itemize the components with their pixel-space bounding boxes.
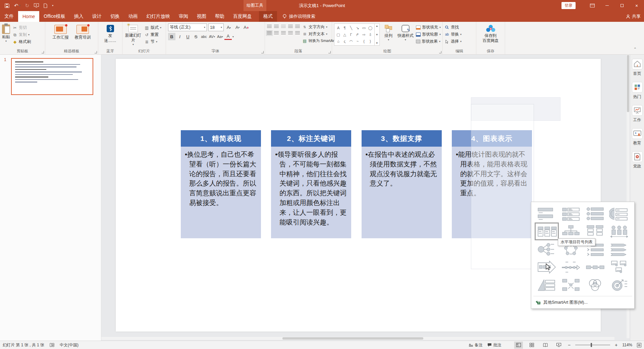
tab-format[interactable]: 格式: [259, 11, 277, 22]
font-dialog-launcher[interactable]: [261, 51, 264, 53]
comments-button[interactable]: 批注: [487, 342, 501, 348]
copy-button[interactable]: ⧉复制▾: [11, 31, 32, 38]
smartart-layout-bending-list[interactable]: [607, 205, 631, 222]
shape-glyph[interactable]: ◠: [350, 39, 353, 44]
shape-effects-button[interactable]: 形状效果▾: [415, 38, 442, 45]
smartart-layout-converging-radial[interactable]: [559, 276, 583, 294]
bold-button[interactable]: B: [168, 33, 175, 40]
tab-office模板[interactable]: Office模板: [39, 11, 69, 22]
shape-glyph[interactable]: ⇨: [362, 33, 365, 37]
smartart-layout-vertical-bullet-list[interactable]: [583, 205, 607, 222]
tab-动画[interactable]: 动画: [124, 11, 142, 22]
slide-canvas[interactable]: 1、精简表现•换位思考，自己也不希望看（听）一份长篇大论的报告，而且还要看那么多…: [116, 59, 601, 332]
paragraph-dialog-launcher[interactable]: [328, 51, 331, 53]
shadow-button[interactable]: abc: [200, 33, 208, 40]
shape-glyph[interactable]: ↱: [356, 33, 359, 37]
shapes-gallery-scroll[interactable]: ▲▼▼: [374, 24, 379, 45]
slide-thumbnail[interactable]: [11, 58, 93, 95]
shape-glyph[interactable]: }: [370, 39, 371, 43]
tab-帮助[interactable]: 帮助: [211, 11, 229, 22]
numbering-icon[interactable]: [274, 25, 279, 29]
tab-file[interactable]: 文件: [0, 11, 18, 22]
find-button[interactable]: 查找: [443, 24, 460, 31]
more-smartart-menu-item[interactable]: 其他SmartArt 图形(M)...: [531, 297, 634, 308]
tab-插入[interactable]: 插入: [70, 11, 88, 22]
zoom-percent[interactable]: 114%: [622, 343, 632, 347]
smartart-layout-horizontal-bullet-list[interactable]: [535, 222, 559, 240]
shapes-gallery[interactable]: A¶╲↘▭◯▢△Γ↱⇨⇩⌂ς◠~{} ▲▼▼: [334, 23, 380, 46]
bullets-icon[interactable]: [267, 25, 272, 29]
columns-icon[interactable]: [295, 31, 300, 35]
smartart-layout-radial-cluster[interactable]: [535, 240, 559, 258]
smartart-layout-continuous-picture-list[interactable]: [607, 222, 631, 240]
layout-button[interactable]: ▥版式▾: [143, 24, 162, 31]
normal-view-button[interactable]: [514, 342, 523, 349]
paste-button[interactable]: 粘贴▾: [1, 23, 11, 44]
zoom-slider[interactable]: [575, 345, 610, 345]
shape-glyph[interactable]: {: [363, 39, 365, 43]
smartart-layout-pyramid-list[interactable]: [535, 276, 559, 294]
smartart-layout-arrow-ribbon-list[interactable]: [607, 240, 631, 258]
font-size-select[interactable]: 18▾: [208, 23, 224, 31]
character-spacing-button[interactable]: AV▾: [208, 33, 216, 40]
line-spacing-icon[interactable]: [295, 25, 300, 29]
shape-outline-button[interactable]: 形状轮廓▾: [415, 31, 442, 38]
restore-button[interactable]: [614, 0, 629, 11]
shape-glyph[interactable]: ▢: [336, 33, 340, 37]
tell-me-search[interactable]: 操作说明搜索: [282, 11, 315, 22]
new-slide-button[interactable]: 新建幻灯片▾: [123, 23, 143, 47]
shape-glyph[interactable]: ς: [344, 39, 345, 43]
tab-home[interactable]: Home: [18, 11, 39, 22]
smartart-layout-organization-chart[interactable]: [559, 222, 583, 240]
sidebar-item-教育[interactable]: 教育: [632, 128, 643, 146]
smartart-layout-stacked-list[interactable]: [535, 205, 559, 222]
font-color-button[interactable]: A: [224, 34, 232, 40]
arrange-button[interactable]: 排列▾: [381, 23, 396, 42]
quick-styles-button[interactable]: 快速样式▾: [396, 23, 415, 42]
spell-check-icon[interactable]: [50, 343, 54, 347]
font-family-select[interactable]: 等线 (正文)▾: [168, 23, 207, 31]
share-button[interactable]: 共享: [626, 11, 641, 22]
sidebar-item-热门[interactable]: 热门: [632, 82, 643, 100]
save-icon[interactable]: [5, 3, 9, 8]
format-painter-button[interactable]: ◆格式刷: [11, 38, 32, 45]
tab-百度网盘[interactable]: 百度网盘: [229, 11, 256, 22]
replace-button[interactable]: ab替换▾: [443, 31, 463, 38]
tab-切换[interactable]: 切换: [106, 11, 124, 22]
new-doc-icon[interactable]: [44, 3, 47, 8]
underline-button[interactable]: U: [184, 33, 192, 40]
align-center-icon[interactable]: [274, 31, 279, 35]
shape-glyph[interactable]: ¶: [344, 26, 346, 30]
zoom-out-button[interactable]: −: [568, 342, 571, 348]
collapse-ribbon-icon[interactable]: ⌃: [634, 47, 637, 51]
select-button[interactable]: 选择▾: [443, 38, 463, 45]
edu-training-button[interactable]: 教育培训: [73, 23, 92, 41]
slide-text-box-2[interactable]: 2、标注关键词•领导要听很多人的报告，不可能每一刻都集中精神，他们往往会找关键词…: [271, 130, 351, 238]
minimize-button[interactable]: [600, 0, 614, 11]
redo-icon[interactable]: ↻: [25, 3, 30, 9]
slide-text-box-3[interactable]: 3、数据支撑•在报告中表述的观点必须使用数据支撑，不然观点没有说服力就毫无意义了…: [362, 130, 442, 238]
cut-button[interactable]: ✂剪切: [11, 24, 32, 31]
smartart-layout-chain-process[interactable]: [583, 258, 607, 276]
shape-glyph[interactable]: ⇩: [369, 33, 372, 37]
shape-glyph[interactable]: ▭: [362, 26, 366, 30]
smartart-layout-titled-picture-blocks[interactable]: [607, 258, 631, 276]
align-right-icon[interactable]: [281, 31, 286, 35]
tab-设计[interactable]: 设计: [88, 11, 106, 22]
close-button[interactable]: ×: [629, 0, 644, 11]
shape-fill-button[interactable]: 形状填充▾: [415, 24, 442, 31]
shape-glyph[interactable]: ╲: [350, 26, 352, 30]
fit-to-window-icon[interactable]: [637, 343, 641, 347]
language-indicator[interactable]: 中文(中国): [60, 342, 78, 348]
tab-视图[interactable]: 视图: [193, 11, 211, 22]
ribbon-display-options-icon[interactable]: [585, 0, 600, 11]
smartart-layout-vertical-box-list[interactable]: [559, 205, 583, 222]
save-to-baidu-button[interactable]: 保存到 百度网盘: [481, 23, 500, 44]
shape-glyph[interactable]: A: [337, 26, 339, 30]
slide-sorter-view-button[interactable]: [528, 342, 536, 349]
undo-icon[interactable]: ↶▾: [14, 3, 20, 9]
horizontal-scrollbar[interactable]: [101, 337, 614, 340]
smartart-layout-basic-venn[interactable]: [583, 276, 607, 294]
zoom-in-button[interactable]: +: [615, 342, 618, 348]
smartart-layout-grouped-list[interactable]: [583, 222, 607, 240]
